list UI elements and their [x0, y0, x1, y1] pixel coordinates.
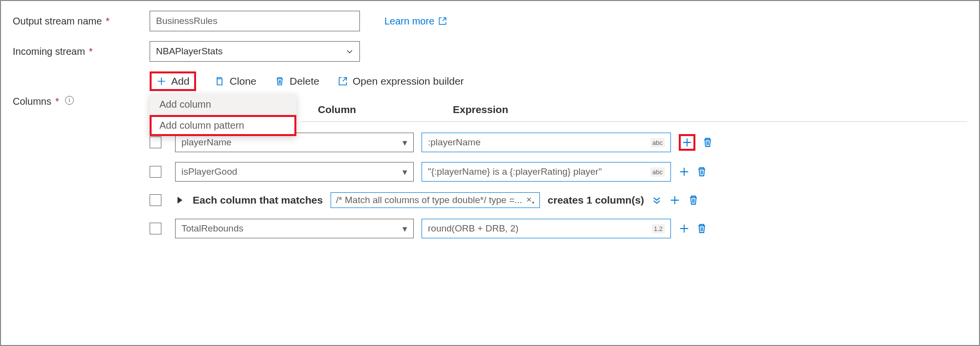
incoming-stream-label: Incoming stream *	[13, 46, 150, 57]
collapse-icon[interactable]	[652, 195, 662, 205]
expression-value: :playerName	[428, 137, 481, 148]
delete-button[interactable]: Delete	[275, 75, 319, 87]
pattern-suffix: creates 1 column(s)	[548, 194, 644, 206]
row-checkbox[interactable]	[150, 194, 161, 206]
row-checkbox[interactable]	[150, 166, 161, 178]
output-stream-input[interactable]	[150, 11, 360, 31]
incoming-stream-select[interactable]: NBAPlayerStats	[150, 41, 360, 62]
label-text: Output stream name	[13, 16, 102, 27]
incoming-stream-value: NBAPlayerStats	[156, 46, 223, 57]
row-actions	[679, 223, 707, 234]
clear-icon[interactable]: ✕▾	[526, 196, 535, 205]
column-row: isPlayerGood ▾ "{:playerName} is a {:pla…	[150, 157, 967, 186]
expression-input[interactable]: "{:playerName} is a {:playerRating} play…	[422, 162, 671, 182]
row-checkbox[interactable]	[150, 223, 161, 234]
delete-label: Delete	[290, 75, 319, 87]
learn-more-link[interactable]: Learn more	[384, 16, 447, 27]
required-asterisk: *	[104, 16, 110, 27]
delete-row-button[interactable]	[696, 223, 707, 234]
row-actions	[679, 166, 707, 177]
trash-icon	[275, 76, 285, 86]
open-expression-builder-button[interactable]: Open expression builder	[338, 75, 464, 87]
column-row: TotalRebounds ▾ round(ORB + DRB, 2) 1.2	[150, 214, 967, 243]
column-name-select[interactable]: isPlayerGood ▾	[175, 162, 414, 182]
caret-down-icon: ▾	[402, 166, 407, 178]
caret-down-icon: ▾	[402, 137, 407, 148]
row-checkbox[interactable]	[150, 137, 161, 148]
columns-header-row: Column Expression	[301, 104, 967, 122]
column-name-value: playerName	[181, 137, 231, 148]
add-row-button[interactable]	[679, 166, 690, 177]
header-column: Column	[301, 104, 453, 115]
expression-input[interactable]: :playerName abc	[422, 133, 671, 152]
clone-button[interactable]: Clone	[215, 75, 256, 87]
type-badge: 1.2	[652, 224, 665, 233]
pattern-match-input[interactable]: /* Match all columns of type double*/ ty…	[331, 192, 540, 208]
expand-icon[interactable]	[178, 197, 182, 204]
column-name-value: TotalRebounds	[181, 223, 244, 234]
row-actions	[679, 134, 713, 151]
column-pattern-row: Each column that matches /* Match all co…	[150, 186, 967, 214]
info-icon[interactable]: i	[65, 96, 74, 105]
add-column-pattern-menuitem[interactable]: Add column pattern	[150, 115, 296, 136]
add-column-menuitem[interactable]: Add column	[150, 94, 296, 115]
expression-value: round(ORB + DRB, 2)	[428, 223, 518, 234]
header-expression: Expression	[453, 104, 508, 115]
columns-label: Columns * i	[13, 71, 150, 243]
open-builder-label: Open expression builder	[353, 75, 464, 87]
expression-value: "{:playerName} is a {:playerRating} play…	[428, 166, 602, 177]
add-row-button[interactable]	[669, 195, 680, 206]
chevron-down-icon	[346, 47, 354, 55]
caret-down-icon: ▾	[402, 223, 407, 234]
delete-row-button[interactable]	[688, 195, 699, 206]
incoming-stream-row: Incoming stream * NBAPlayerStats	[13, 41, 967, 62]
column-name-select[interactable]: TotalRebounds ▾	[175, 219, 414, 238]
label-text: Columns	[13, 96, 51, 107]
pattern-prefix: Each column that matches	[193, 194, 323, 206]
label-text: Incoming stream	[13, 46, 85, 57]
output-stream-row: Output stream name * Learn more	[13, 11, 967, 31]
add-dropdown-menu: Add column Add column pattern	[150, 94, 296, 136]
required-asterisk: *	[87, 46, 93, 57]
type-badge: abc	[650, 138, 665, 147]
pattern-match-text: /* Match all columns of type double*/ ty…	[336, 195, 522, 206]
column-name-value: isPlayerGood	[181, 166, 237, 177]
learn-more-text: Learn more	[384, 16, 434, 27]
expression-input[interactable]: round(ORB + DRB, 2) 1.2	[422, 219, 671, 238]
add-row-button[interactable]	[679, 223, 690, 234]
add-label: Add	[171, 75, 189, 87]
columns-toolbar: Add Clone Delete Open expression builder	[150, 71, 967, 94]
external-link-icon	[438, 17, 447, 25]
clone-icon	[215, 76, 224, 86]
add-row-button[interactable]	[679, 134, 695, 151]
output-stream-label: Output stream name *	[13, 16, 150, 27]
add-button[interactable]: Add	[150, 71, 196, 91]
plus-icon	[156, 76, 166, 86]
open-icon	[338, 76, 348, 86]
required-asterisk: *	[53, 96, 59, 107]
clone-label: Clone	[229, 75, 256, 87]
delete-row-button[interactable]	[702, 137, 713, 148]
type-badge: abc	[650, 167, 665, 177]
delete-row-button[interactable]	[696, 166, 707, 177]
